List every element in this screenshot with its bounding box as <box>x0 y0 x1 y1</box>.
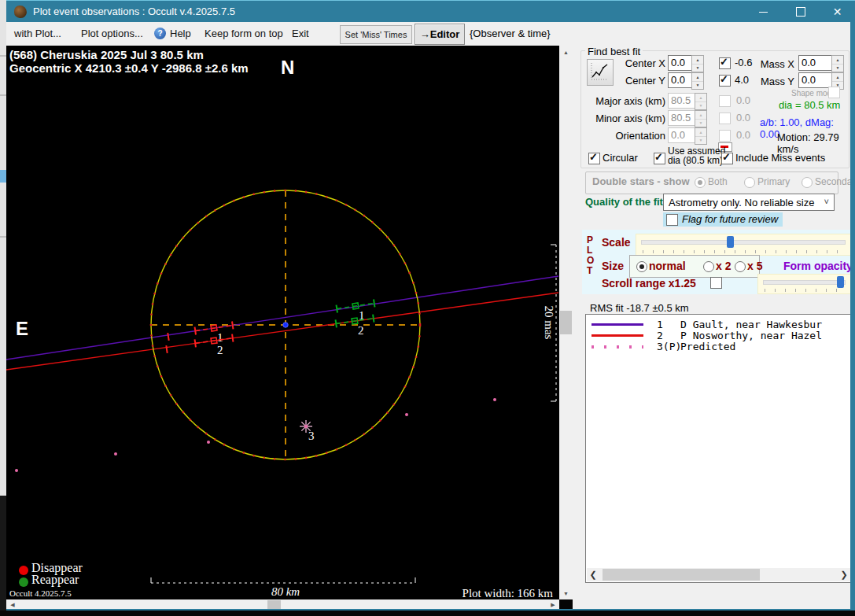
plot-title-line2: Geocentric X 4210.3 ±0.4 Y -2986.8 ±2.6 … <box>9 61 249 75</box>
center-x-label: Center X <box>596 57 665 69</box>
editor-button[interactable]: →Editor <box>415 24 465 45</box>
quality-dropdown[interactable]: Astrometry only. No reliable size ˅ <box>663 194 835 211</box>
horizontal-scale-label: 80 km <box>242 585 329 599</box>
shape-model-checkbox[interactable] <box>828 87 840 98</box>
double-stars-primary-radio[interactable] <box>744 177 755 188</box>
scale-slider-thumb[interactable] <box>727 236 734 248</box>
minimize-button[interactable] <box>745 1 782 23</box>
minor-axis-checkbox[interactable] <box>719 113 731 124</box>
scale-slider-ticks <box>643 250 844 253</box>
rms-fit-label: RMS fit -18.7 ±0.5 km <box>590 302 689 314</box>
double-stars-secondary-label: Secondary <box>815 176 855 187</box>
close-button[interactable]: ✕ <box>819 1 855 23</box>
menu-exit[interactable]: Exit <box>292 28 309 39</box>
menu-keep-on-top[interactable]: Keep form on top <box>205 28 283 39</box>
svg-text:1: 1 <box>217 331 223 344</box>
observer-list[interactable]: 1 D Gault, near Hawkesbur 2 P Nosworthy,… <box>585 314 852 583</box>
flag-review-row: Flag for future review <box>663 212 783 227</box>
circular-label: Circular <box>603 152 638 164</box>
scroll-down-icon[interactable]: ▼ <box>559 587 573 599</box>
list-scroll-thumb[interactable] <box>603 569 760 581</box>
occultation-plot[interactable]: 12123 (568) Cheruskia 2025 Jul 3 80.5 km… <box>6 46 559 599</box>
list-item[interactable]: 2 P Nosworthy, near Hazel <box>586 330 851 341</box>
flag-review-checkbox[interactable] <box>666 214 678 226</box>
size-normal-radio[interactable] <box>636 261 647 272</box>
minor-axis-label: Minor axis (km) <box>580 113 665 124</box>
center-x-field[interactable]: 0.0 <box>668 55 693 71</box>
scroll-right-icon[interactable]: ❯ <box>839 570 849 580</box>
vertical-scroll-thumb[interactable] <box>560 311 572 334</box>
plot-title-line1: (568) Cheruskia 2025 Jul 3 80.5 km <box>9 48 204 61</box>
svg-text:3: 3 <box>308 430 315 442</box>
mass-x-label: Mass X <box>760 58 794 70</box>
taskbar-strip <box>0 610 855 616</box>
form-opacity-groove <box>763 280 846 285</box>
quality-value: Astrometry only. No reliable size <box>669 197 814 208</box>
menu-plot-options[interactable]: Plot options... <box>81 28 143 39</box>
use-assumed-checkbox[interactable] <box>654 153 665 164</box>
mass-y-field[interactable]: 0.0 <box>798 72 833 88</box>
circular-checkbox[interactable] <box>588 153 600 164</box>
maximize-icon <box>796 7 805 17</box>
mass-x-field[interactable]: 0.0 <box>798 55 833 71</box>
flag-review-label: Flag for future review <box>682 213 778 225</box>
observer-name: Predicted <box>680 341 849 352</box>
vertical-scale-label: 20 mas <box>542 306 555 340</box>
mass-x-spinner[interactable]: ▲▼ <box>831 55 844 72</box>
minimize-icon <box>759 12 768 13</box>
size-x5-label: x 5 <box>747 260 762 272</box>
svg-text:2: 2 <box>217 344 223 356</box>
observer-line-swatch <box>591 323 643 326</box>
occultation-plot-svg: 12123 <box>6 46 559 599</box>
double-stars-group: Double stars - show Both Primary Seconda… <box>585 172 838 194</box>
title-bar: Plot event observations : Occult v.4.202… <box>6 0 855 23</box>
scale-slider[interactable] <box>636 234 851 256</box>
compass-north-label: N <box>281 57 294 79</box>
scroll-up-icon[interactable]: ▲ <box>559 46 573 58</box>
list-item[interactable]: 3(P) Predicted <box>586 341 851 352</box>
minor-axis-spinner[interactable]: ▲▼ <box>695 110 707 127</box>
plot-letter-t: T <box>587 265 592 276</box>
close-icon: ✕ <box>833 6 842 18</box>
size-x5-radio[interactable] <box>735 261 746 272</box>
double-stars-both-radio[interactable] <box>695 177 706 188</box>
legend-reappear: Reappear <box>31 573 79 587</box>
orientation-field[interactable]: 0.0 <box>668 127 696 143</box>
offset-y-label: 4.0 <box>735 74 749 86</box>
menu-help[interactable]: Help <box>170 28 191 39</box>
size-x2-radio[interactable] <box>703 261 714 272</box>
observer-number: 2 <box>657 330 663 341</box>
observer-line-swatch <box>591 334 643 337</box>
form-opacity-thumb[interactable] <box>837 276 844 288</box>
scroll-range-checkbox[interactable] <box>710 277 722 289</box>
menu-with-plot[interactable]: with Plot... <box>14 28 61 39</box>
orientation-spinner[interactable]: ▲▼ <box>695 127 707 145</box>
center-x-spinner[interactable]: ▲▼ <box>691 55 704 72</box>
form-opacity-slider[interactable] <box>757 274 851 294</box>
orientation-checkbox[interactable] <box>719 130 731 142</box>
include-miss-checkbox[interactable] <box>721 153 733 164</box>
major-axis-field[interactable]: 80.5 <box>668 93 696 109</box>
size-normal-label: normal <box>649 260 686 272</box>
center-y-field[interactable]: 0.0 <box>668 72 693 88</box>
reappear-dot-icon <box>19 577 28 587</box>
major-axis-spinner[interactable]: ▲▼ <box>695 93 707 110</box>
center-y-spinner[interactable]: ▲▼ <box>691 72 704 90</box>
list-item[interactable]: 1 D Gault, near Hawkesbur <box>586 319 851 330</box>
diameter-label: dia = 80.5 km <box>779 99 840 111</box>
major-axis-label: Major axis (km) <box>580 95 665 107</box>
size-radio-group: normal x 2 x 5 <box>629 255 760 278</box>
scroll-left-icon[interactable]: ❮ <box>588 570 598 580</box>
maximize-button[interactable] <box>782 1 819 23</box>
double-stars-secondary-radio[interactable] <box>802 177 813 188</box>
list-horizontal-scrollbar[interactable]: ❮ ❯ <box>587 568 850 581</box>
plot-letter-l: L <box>587 245 592 256</box>
minor-axis-field[interactable]: 80.5 <box>668 110 696 126</box>
scale-slider-groove <box>641 240 846 245</box>
set-miss-times-button[interactable]: Set 'Miss' Times <box>340 25 412 44</box>
offset-x-checkbox[interactable] <box>719 57 731 69</box>
plot-vertical-scrollbar[interactable]: ▲ ▼ <box>559 46 573 599</box>
offset-y-checkbox[interactable] <box>719 75 731 87</box>
major-axis-checkbox[interactable] <box>719 95 731 107</box>
observer-number: 3(P) <box>657 341 681 352</box>
